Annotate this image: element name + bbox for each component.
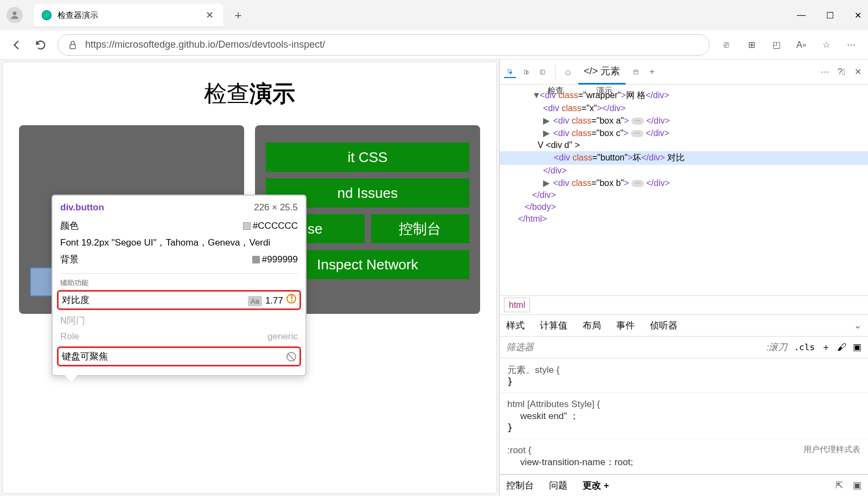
drawer-issues-tab[interactable]: 问题 bbox=[549, 479, 567, 492]
inspect-element-icon[interactable] bbox=[504, 66, 516, 78]
tooltip-color-value: #CCCCCC bbox=[253, 221, 298, 231]
root-style-rule[interactable]: :root { bbox=[507, 445, 531, 455]
devtools-menu-icon[interactable]: ⋯ bbox=[819, 66, 831, 78]
edge-favicon-icon bbox=[41, 10, 52, 21]
tooltip-bg-label: 背景 bbox=[60, 253, 79, 266]
dom-div-d[interactable]: V <div d" > bbox=[500, 139, 868, 151]
collections-icon[interactable]: ◰ bbox=[769, 38, 783, 52]
chevron-down-icon[interactable]: ⌄ bbox=[854, 320, 861, 331]
styles-tab[interactable]: 样式 bbox=[506, 319, 525, 332]
svg-rect-6 bbox=[540, 70, 545, 74]
hov-toggle[interactable]: :滚刀 bbox=[767, 341, 788, 353]
apps-icon[interactable]: ⊞ bbox=[744, 38, 758, 52]
drawer-changes-tab[interactable]: 更改 + bbox=[583, 479, 609, 492]
dom-tree[interactable]: ▼<div class="wrapper">网 格</div> <div cla… bbox=[500, 85, 868, 295]
annotation-demo: 演示 bbox=[596, 86, 612, 96]
browser-tab[interactable]: 检查器演示 ✕ bbox=[34, 4, 224, 27]
app-tab-icon[interactable] bbox=[630, 66, 642, 78]
computed-icon[interactable]: ▣ bbox=[853, 342, 861, 353]
tooltip-font: Font 19.2px "Segoe UI"，Tahoma，Geneva，Ver… bbox=[60, 236, 270, 249]
close-tab-button[interactable]: ✕ bbox=[203, 7, 216, 23]
page-heading: 检查演示 bbox=[19, 79, 480, 109]
elements-tab[interactable]: </> 元素 bbox=[578, 59, 626, 85]
svg-point-0 bbox=[13, 11, 17, 15]
blocked-icon bbox=[286, 352, 296, 362]
styles-filter-input[interactable] bbox=[506, 342, 760, 353]
element-style-rule[interactable]: 元素。style { bbox=[507, 365, 559, 375]
tooltip-color-label: 颜色 bbox=[60, 220, 79, 232]
tooltip-bg-value: #999999 bbox=[262, 254, 298, 265]
svg-rect-8 bbox=[634, 70, 638, 74]
cls-toggle[interactable]: .cls bbox=[794, 342, 815, 352]
tooltip-dimensions: 226 × 25.5 bbox=[254, 202, 298, 213]
computed-tab[interactable]: 计算值 bbox=[540, 319, 567, 332]
welcome-tab-icon[interactable] bbox=[562, 66, 574, 78]
lock-icon bbox=[68, 40, 78, 50]
breadcrumb[interactable]: html bbox=[500, 295, 868, 315]
menu-icon[interactable]: ⋯ bbox=[844, 38, 858, 52]
url-text: https://microsoftedge.github.io/Demos/de… bbox=[85, 39, 325, 50]
keyboard-focus-highlight: 键盘可聚焦 bbox=[57, 346, 301, 366]
paint-icon[interactable]: 🖌 bbox=[837, 342, 846, 353]
device-toggle-icon[interactable] bbox=[520, 66, 532, 78]
selected-dom-node[interactable]: <div class="button">坏</div> 对比 bbox=[500, 151, 868, 165]
svg-point-1 bbox=[42, 11, 52, 20]
tooltip-name-label: N阿门 bbox=[60, 314, 85, 327]
user-agent-label: 用户代理样式表 bbox=[803, 445, 860, 455]
svg-rect-2 bbox=[70, 44, 76, 49]
tooltip-role-label: Role bbox=[60, 331, 79, 342]
console-button[interactable]: 控制台 bbox=[371, 214, 470, 243]
html-style-rule[interactable]: html [Attributes Style] { bbox=[507, 399, 600, 409]
maximize-button[interactable]: ☐ bbox=[826, 10, 834, 21]
address-bar[interactable]: https://microsoftedge.github.io/Demos/de… bbox=[58, 34, 710, 56]
page-content: 检查演示 Bad Contrast it CSS nd Issues se 控制… bbox=[2, 62, 497, 494]
panel-icon[interactable] bbox=[537, 66, 548, 78]
contrast-label: 对比度 bbox=[62, 294, 90, 306]
contrast-value: 1.77 bbox=[265, 295, 283, 306]
help-icon[interactable]: ?⃝ bbox=[835, 66, 847, 78]
annotation-inspect: 检查 bbox=[547, 86, 564, 96]
favorite-icon[interactable]: ☆ bbox=[819, 38, 833, 52]
profile-avatar[interactable] bbox=[7, 7, 23, 23]
drawer-expand-icon[interactable]: ▣ bbox=[853, 480, 861, 491]
new-tab-button[interactable]: ＋ bbox=[232, 7, 244, 23]
layout-tab[interactable]: 布局 bbox=[583, 319, 601, 332]
drawer-console-tab[interactable]: 控制台 bbox=[506, 479, 534, 492]
warning-icon bbox=[286, 294, 296, 304]
back-button[interactable] bbox=[10, 38, 24, 52]
minimize-button[interactable]: — bbox=[797, 10, 806, 21]
close-window-button[interactable]: ✕ bbox=[854, 10, 861, 21]
tooltip-a11y-heading: 辅助功能 bbox=[60, 273, 298, 288]
listeners-tab[interactable]: 侦听器 bbox=[650, 319, 678, 332]
keyboard-focusable-label: 键盘可聚焦 bbox=[62, 350, 108, 363]
devtools-panel: </> 元素 ＋ ⋯ ?⃝ ✕ 检查 演示 ▼<div class="wrapp… bbox=[499, 60, 868, 496]
tooltip-selector: div.button bbox=[60, 202, 104, 213]
new-style-button[interactable]: ＋ bbox=[821, 341, 831, 353]
refresh-button[interactable] bbox=[34, 38, 48, 52]
events-tab[interactable]: 事件 bbox=[616, 319, 635, 332]
add-tab-button[interactable]: ＋ bbox=[646, 66, 658, 78]
inspect-tooltip: div.button 226 × 25.5 颜色#CCCCCC Font 19.… bbox=[52, 195, 307, 376]
close-devtools-button[interactable]: ✕ bbox=[852, 66, 864, 78]
read-aloud-icon[interactable]: A» bbox=[794, 38, 808, 52]
device-icon[interactable]: ⎚ bbox=[719, 38, 733, 52]
tab-title: 检查器演示 bbox=[58, 10, 203, 21]
tooltip-role-value: generic bbox=[267, 331, 298, 342]
contrast-highlight: 对比度 Aa1.77 bbox=[57, 290, 301, 310]
edit-css-button[interactable]: it CSS bbox=[266, 143, 469, 172]
drawer-link-icon[interactable]: ⇱ bbox=[835, 480, 843, 491]
